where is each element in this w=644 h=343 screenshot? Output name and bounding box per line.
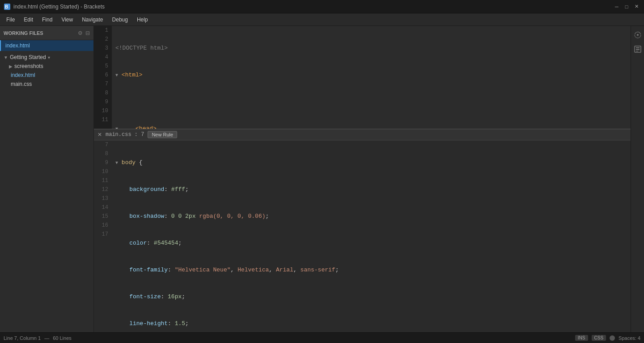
- menu-edit[interactable]: Edit: [19, 15, 38, 25]
- close-button[interactable]: ✕: [632, 3, 640, 11]
- subfolder-screenshots[interactable]: ▶ screenshots: [0, 62, 93, 71]
- editor-area: 1 2 3 4 5 6 7 8 9 10 11 <!DOCTYPE html>: [94, 26, 631, 332]
- inline-editor-header: ✕ main.css : 7 New Rule: [94, 129, 631, 140]
- main-layout: Working Files ⚙ ⊟ index.html ▼ Getting S…: [0, 26, 644, 332]
- title-bar: B index.html (Getting Started) - Bracket…: [0, 0, 644, 13]
- menu-bar: File Edit Find View Navigate Debug Help: [0, 13, 644, 26]
- split-icon[interactable]: ⊟: [85, 30, 90, 36]
- status-right: INS CSS Spaces: 4: [575, 335, 640, 341]
- status-left: Line 7, Column 1 — 60 Lines: [4, 335, 72, 341]
- new-rule-button[interactable]: New Rule: [148, 131, 177, 138]
- folder-arrow: ▼: [4, 55, 8, 60]
- working-files-label: Working Files: [4, 30, 43, 36]
- svg-point-2: [637, 34, 639, 36]
- minimize-button[interactable]: ─: [613, 3, 621, 11]
- file-main-css[interactable]: main.css: [0, 80, 93, 89]
- menu-debug[interactable]: Debug: [108, 15, 132, 25]
- live-preview-icon[interactable]: [632, 30, 643, 40]
- css-inline-block: 7 8 9 10 11 12 13 14 15 16 17 ▼ body {: [94, 140, 631, 332]
- menu-find[interactable]: Find: [38, 15, 57, 25]
- folder-label: Getting Started: [10, 54, 46, 60]
- status-circle: [610, 335, 615, 341]
- right-panel: [631, 26, 644, 332]
- working-file-index[interactable]: index.html: [0, 40, 93, 51]
- ins-badge: INS: [575, 335, 588, 341]
- extract-icon[interactable]: [632, 44, 643, 55]
- css-badge[interactable]: CSS: [592, 335, 606, 341]
- maximize-button[interactable]: □: [623, 3, 631, 11]
- inline-close-button[interactable]: ✕: [97, 131, 102, 138]
- svg-rect-4: [636, 47, 640, 48]
- file-tree: ▼ Getting Started ▾ ▶ screenshots index.…: [0, 51, 93, 332]
- sidebar-header: Working Files ⚙ ⊟: [0, 26, 93, 40]
- css-code-lines[interactable]: ▼ body { background: #fff; box-shadow: 0…: [112, 140, 631, 332]
- spaces-setting[interactable]: Spaces: 4: [619, 335, 640, 341]
- title-bar-left: B index.html (Getting Started) - Bracket…: [4, 3, 105, 10]
- cursor-position: Line 7, Column 1: [4, 335, 41, 341]
- app-icon: B: [4, 3, 11, 10]
- menu-navigate[interactable]: Navigate: [77, 15, 107, 25]
- sidebar: Working Files ⚙ ⊟ index.html ▼ Getting S…: [0, 26, 94, 332]
- line-count: 60 Lines: [53, 335, 72, 341]
- folder-getting-started[interactable]: ▼ Getting Started ▾: [0, 53, 93, 62]
- line-separator: —: [44, 335, 49, 341]
- window-controls: ─ □ ✕: [613, 3, 640, 11]
- sidebar-header-icons: ⚙ ⊟: [78, 30, 90, 36]
- css-line-numbers: 7 8 9 10 11 12 13 14 15 16 17: [94, 140, 112, 332]
- code-top-block: 1 2 3 4 5 6 7 8 9 10 11 <!DOCTYPE html>: [94, 26, 631, 129]
- status-bar: Line 7, Column 1 — 60 Lines INS CSS Spac…: [0, 332, 644, 343]
- inline-css-editor: ✕ main.css : 7 New Rule 7 8 9 10 11 12 1…: [94, 129, 631, 332]
- code-lines-top[interactable]: <!DOCTYPE html> ▼ <html> ▼ <head> <meta …: [112, 26, 631, 129]
- window-title: index.html (Getting Started) - Brackets: [13, 4, 105, 10]
- inline-file-label: main.css : 7: [106, 131, 144, 138]
- code-top-section: 1 2 3 4 5 6 7 8 9 10 11 <!DOCTYPE html>: [94, 26, 631, 129]
- line-numbers-top: 1 2 3 4 5 6 7 8 9 10 11: [94, 26, 112, 129]
- folder-tag: ▾: [48, 55, 50, 60]
- menu-help[interactable]: Help: [132, 15, 153, 25]
- menu-file[interactable]: File: [2, 15, 19, 25]
- svg-rect-6: [636, 51, 638, 51]
- subfolder-arrow: ▶: [9, 64, 13, 69]
- menu-view[interactable]: View: [57, 15, 77, 25]
- file-index-html[interactable]: index.html: [0, 71, 93, 80]
- svg-rect-5: [636, 49, 640, 50]
- svg-text:B: B: [5, 4, 8, 9]
- editor-and-right: 1 2 3 4 5 6 7 8 9 10 11 <!DOCTYPE html>: [94, 26, 644, 332]
- subfolder-label: screenshots: [14, 63, 43, 69]
- gear-icon[interactable]: ⚙: [78, 30, 83, 36]
